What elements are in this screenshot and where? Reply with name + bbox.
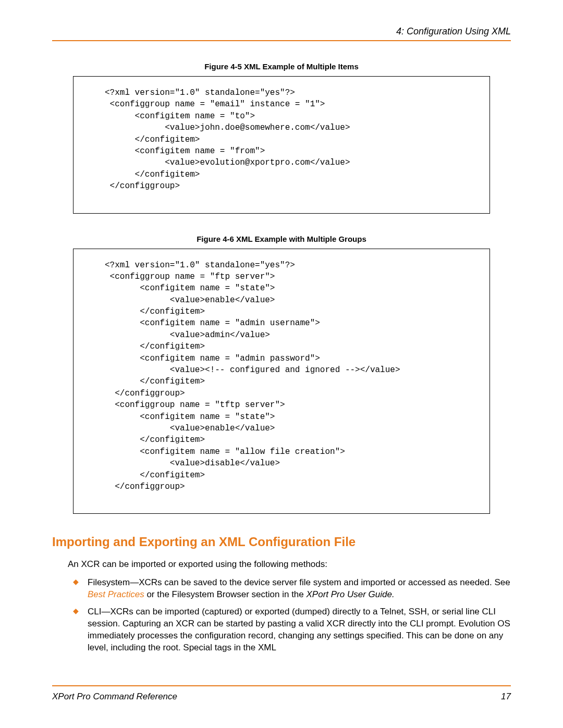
figure-4-6-caption: Figure 4-6 XML Example with Multiple Gro… [52, 235, 511, 243]
intro-paragraph: An XCR can be imported or exported using… [68, 559, 511, 571]
footer-left: XPort Pro Command Reference [52, 692, 177, 702]
bullet1-text-b: or the Filesystem Browser section in the [144, 589, 307, 599]
bullet1-text-c: XPort Pro User Guide. [307, 589, 395, 599]
list-item: Filesystem—XCRs can be saved to the devi… [73, 577, 511, 601]
bullet1-text-a: Filesystem—XCRs can be saved to the devi… [88, 577, 510, 587]
figure-4-5-caption: Figure 4-5 XML Example of Multiple Items [52, 62, 511, 71]
section-heading: Importing and Exporting an XML Configura… [52, 535, 511, 549]
code-box-figure-4-6: <?xml version="1.0" standalone="yes"?> <… [73, 249, 490, 514]
chapter-label: 4: Configuration Using XML [396, 26, 511, 36]
bullet2-text: CLI—XCRs can be imported (captured) or e… [88, 607, 510, 652]
footer-page-number: 17 [501, 692, 511, 702]
list-item: CLI—XCRs can be imported (captured) or e… [73, 606, 511, 654]
page-header: 4: Configuration Using XML [52, 26, 511, 41]
code-box-figure-4-5: <?xml version="1.0" standalone="yes"?> <… [73, 76, 490, 214]
method-list: Filesystem—XCRs can be saved to the devi… [73, 577, 511, 654]
best-practices-link[interactable]: Best Practices [88, 589, 144, 599]
page-footer: XPort Pro Command Reference 17 [52, 685, 511, 702]
